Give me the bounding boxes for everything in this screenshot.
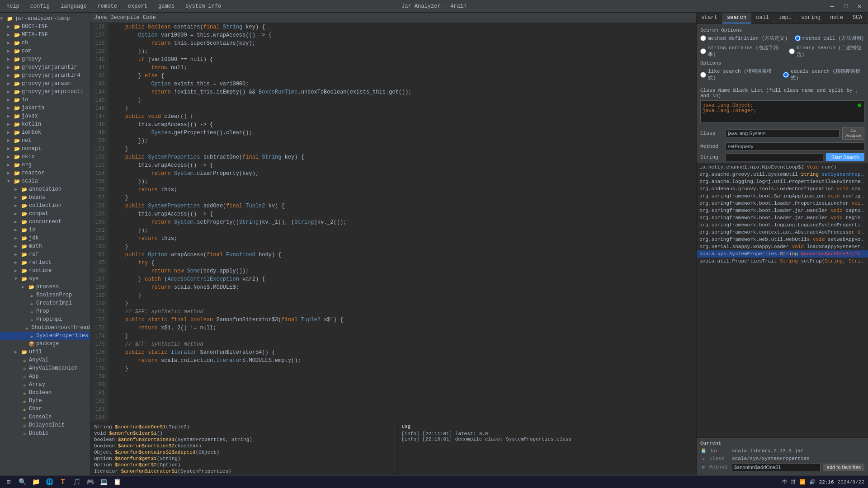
tree-item-util[interactable]: ▶📂util	[0, 348, 90, 356]
menu-remote[interactable]: remote	[95, 2, 120, 10]
start-search-button[interactable]: Start Search	[826, 153, 864, 161]
tree-item-lombok[interactable]: ▶📂lombok	[0, 128, 90, 136]
result-item[interactable]: org.springframework.boot.logging.Logging…	[697, 221, 868, 229]
tree-item-Array[interactable]: ☕Array	[0, 380, 90, 389]
music-icon[interactable]: 🎵	[71, 477, 81, 487]
decompile-item[interactable]: Option $anonfun$get$1(String)	[92, 455, 396, 462]
tree-item-compat[interactable]: ▶📂compat	[0, 210, 90, 218]
string-input[interactable]	[726, 153, 823, 161]
result-item[interactable]: org.springframework.web.util.WebUtils vo…	[697, 236, 868, 243]
method-value-input[interactable]	[732, 463, 821, 471]
tree-item-CreatorImpl[interactable]: ☕CreatorImpl	[0, 299, 90, 307]
radio-method-call-input[interactable]	[795, 35, 801, 41]
start-button[interactable]: ⊞	[4, 477, 14, 487]
tree-item-AnyVal[interactable]: ☕AnyVal	[0, 356, 90, 364]
tree-item-io[interactable]: ▶📂io	[0, 96, 90, 104]
jar-analyzer-button[interactable]: Jar Analyzer	[842, 127, 864, 140]
tree-item-ch[interactable]: ▶📂ch	[0, 39, 90, 47]
tree-item-javax[interactable]: ▶📂javax	[0, 112, 90, 120]
result-item[interactable]: scala.sys.SystemProperties String $anonf…	[697, 250, 868, 258]
tab-call[interactable]: call	[751, 13, 774, 23]
maximize-button[interactable]: □	[841, 1, 851, 11]
tree-item-nonapi[interactable]: ▶📂nonapi	[0, 145, 90, 153]
menu-help[interactable]: help	[4, 2, 22, 10]
radio-binary-search[interactable]: binary search (二进制包含)	[789, 44, 864, 58]
tree-item-jakarta[interactable]: ▶📂jakarta	[0, 104, 90, 112]
tab-start[interactable]: start	[697, 13, 722, 23]
radio-method-call[interactable]: method call (方法调用)	[795, 35, 864, 42]
result-item[interactable]: org.codehaus.groovy.tools.LoaderConfigur…	[697, 185, 868, 192]
game-icon[interactable]: 🎮	[85, 477, 95, 487]
close-button[interactable]: ✕	[854, 1, 864, 11]
class-input[interactable]	[726, 129, 840, 137]
result-item[interactable]: org.springframework.boot.loader.jar.Hand…	[697, 214, 868, 221]
tree-item-runtime[interactable]: ▶📂runtime	[0, 267, 90, 275]
result-item[interactable]: scala.util.PropertiesTrait String setPro…	[697, 258, 868, 265]
tab-search[interactable]: search	[722, 13, 751, 23]
tree-item-math[interactable]: ▶📂math	[0, 242, 90, 250]
tree-item-net[interactable]: ▶📂net	[0, 136, 90, 145]
tree-item-groovy[interactable]: ▶📂groovy	[0, 55, 90, 63]
tree-item-jdk[interactable]: ▶📂jdk	[0, 234, 90, 242]
tree-item-Boolean[interactable]: ☕Boolean	[0, 389, 90, 397]
radio-binary-search-input[interactable]	[789, 48, 795, 54]
result-item[interactable]: org.springframework.boot.loader.Properti…	[697, 200, 868, 207]
menu-games[interactable]: games	[156, 2, 177, 10]
radio-string-contains-input[interactable]	[700, 48, 706, 54]
tree-item-App[interactable]: ☕App	[0, 372, 90, 380]
radio-equals-search[interactable]: equals search (精确搜索模式)	[783, 68, 864, 81]
tree-item-Char[interactable]: ☕Char	[0, 405, 90, 413]
decompile-item[interactable]: Object $anonfun$contains$2$adapted(Objec…	[92, 449, 396, 455]
decompile-item[interactable]: boolean $anonfun$contains$2(boolean)	[92, 443, 396, 449]
tree-root-item[interactable]: ▼ 📁 jar-analyzer-temp	[0, 14, 90, 23]
tree-item-BooleanProp[interactable]: ☕BooleanProp	[0, 291, 90, 299]
tree-item-groovyjarjarpicocli[interactable]: ▶📂groovyjarjarpicocli	[0, 88, 90, 96]
text-icon[interactable]: T	[58, 477, 68, 487]
menu-export[interactable]: export	[125, 2, 150, 10]
tree-item-concurrent[interactable]: ▶📂concurrent	[0, 218, 90, 226]
tree-item-Byte[interactable]: ☕Byte	[0, 397, 90, 405]
method-input[interactable]	[726, 142, 864, 150]
radio-like-search-input[interactable]	[700, 72, 706, 78]
result-item[interactable]: org.springframework.boot.SpringApplicati…	[697, 192, 868, 200]
code-body[interactable]: public boolean contains(final String key…	[108, 23, 696, 422]
tree-item-kotlin[interactable]: ▶📂kotlin	[0, 120, 90, 128]
tree-item-reactor[interactable]: ▶📂reactor	[0, 169, 90, 177]
radio-like-search[interactable]: like search (模糊搜索模式)	[700, 68, 776, 81]
explorer-icon[interactable]: 📁	[31, 477, 41, 487]
tree-item-collection[interactable]: ▶📂collection	[0, 202, 90, 210]
tree-item-Double[interactable]: ☕Double	[0, 429, 90, 437]
tree-item-Console[interactable]: ☕Console	[0, 413, 90, 421]
tree-item-SystemProperties[interactable]: ☕SystemProperties	[0, 332, 90, 340]
radio-method-def-input[interactable]	[700, 35, 706, 41]
tab-impl[interactable]: impl	[774, 13, 797, 23]
result-item[interactable]: io.netty.channel.nio.NioEventLoop$2 Void…	[697, 164, 868, 171]
tree-item-reflect[interactable]: ▶📂reflect	[0, 258, 90, 267]
tab-SCA[interactable]: SCA	[848, 13, 868, 23]
radio-method-def[interactable]: method definition (方法定义)	[700, 35, 788, 42]
menu-system-info[interactable]: system info	[183, 2, 224, 10]
decompile-item[interactable]: String $anonfun$addOne$1(Tuple2)	[92, 424, 396, 430]
tree-item-groovyjarjarantlr4[interactable]: ▶📂groovyjarjarantlr4	[0, 71, 90, 80]
tree-item-ref[interactable]: ▶📂ref	[0, 250, 90, 258]
radio-string-contains[interactable]: string contains (包含字符串)	[700, 44, 782, 58]
terminal-icon[interactable]: 💻	[99, 477, 108, 487]
app-icon[interactable]: 📋	[112, 477, 122, 487]
tree-item-sys[interactable]: ▼📂sys	[0, 275, 90, 283]
tree-item-scala[interactable]: ▼📂scala	[0, 177, 90, 185]
tree-item-annotation[interactable]: ▶📂annotation	[0, 185, 90, 193]
tree-item-PropImpl[interactable]: ☕PropImpl	[0, 315, 90, 324]
tree-item-DelayedInit[interactable]: ☕DelayedInit	[0, 421, 90, 429]
decompile-item[interactable]: boolean $anonfun$contains$1(SystemProper…	[92, 436, 396, 443]
radio-equals-search-input[interactable]	[783, 72, 789, 78]
decompile-item[interactable]: Option $anonfun$get$2(Option)	[92, 462, 396, 468]
tree-item-groovyjarjarasm[interactable]: ▶📂groovyjarjarasm	[0, 80, 90, 88]
tree-item-process[interactable]: ▶📂process	[0, 283, 90, 291]
result-item[interactable]: org.apache.groovy.util.SystemUtil String…	[697, 171, 868, 178]
search-taskbar-icon[interactable]: 🔍	[17, 477, 27, 487]
result-item[interactable]: org.xerial.snappy.SnappyLoader void load…	[697, 243, 868, 250]
browser-icon[interactable]: 🌐	[44, 477, 54, 487]
result-item[interactable]: org.springframework.context.aot.Abstract…	[697, 229, 868, 236]
tab-spring[interactable]: spring	[797, 13, 826, 23]
tree-item-package[interactable]: 📦package	[0, 340, 90, 348]
